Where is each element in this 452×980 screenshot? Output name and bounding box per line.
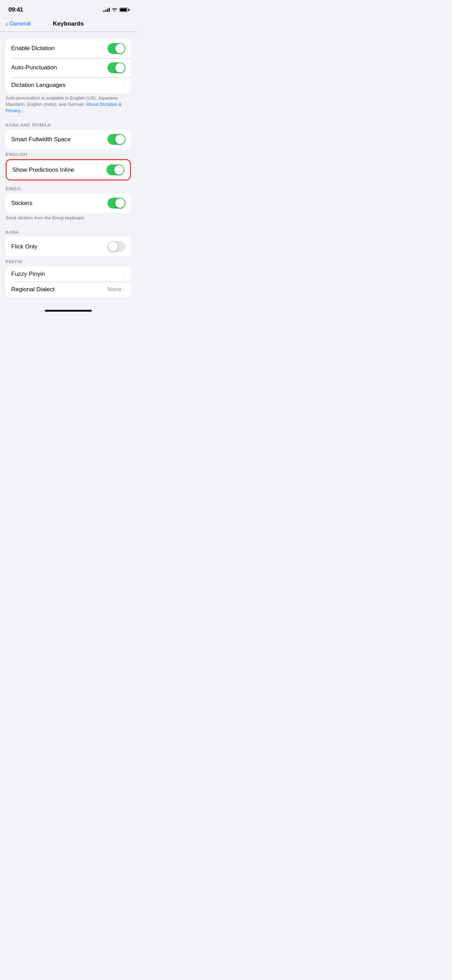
toggle-flick-only[interactable]	[108, 241, 126, 252]
card-pinyin: Fuzzy Pinyin › Regional Dialect None ›	[6, 266, 131, 297]
card-kana: Flick Only	[6, 237, 131, 256]
header-pinyin: PINYIN	[0, 259, 137, 266]
label-smart-fullwidth-space: Smart Fullwidth Space	[11, 136, 108, 143]
label-show-predictions-inline: Show Predictions Inline	[12, 167, 107, 173]
label-regional-dialect: Regional Dialect	[11, 286, 108, 293]
row-show-predictions-inline: Show Predictions Inline	[6, 160, 130, 180]
chevron-icon: ›	[124, 83, 126, 88]
label-enable-dictation: Enable Dictation	[11, 45, 108, 52]
status-bar: 09:41	[0, 0, 137, 18]
nav-back-label: General	[10, 20, 30, 27]
row-regional-dialect[interactable]: Regional Dialect None ›	[6, 282, 131, 297]
nav-bar: ‹ General Keyboards	[0, 18, 137, 32]
row-smart-fullwidth-space: Smart Fullwidth Space	[6, 130, 131, 149]
value-regional-dialect: None	[108, 286, 122, 293]
section-emoji: EMOJI Stickers Send stickers from the Em…	[0, 186, 137, 227]
wifi-icon	[112, 8, 118, 12]
label-fuzzy-pinyin: Fuzzy Pinyin	[11, 270, 124, 278]
card-emoji: Stickers	[6, 194, 131, 213]
nav-back-button[interactable]: ‹ General	[6, 20, 30, 27]
section-dictation: Enable Dictation Auto-Punctuation Dictat…	[0, 39, 137, 120]
header-english: ENGLISH	[0, 152, 137, 159]
back-chevron-icon: ‹	[6, 20, 8, 27]
content: Enable Dictation Auto-Punctuation Dictat…	[0, 32, 137, 307]
home-indicator	[0, 307, 137, 313]
footer-dictation: Auto-punctuation is available in English…	[0, 93, 137, 120]
row-flick-only: Flick Only	[6, 237, 131, 256]
card-english: Show Predictions Inline	[6, 159, 131, 180]
label-flick-only: Flick Only	[11, 243, 108, 250]
label-auto-punctuation: Auto-Punctuation	[11, 64, 108, 71]
status-icons	[103, 8, 128, 12]
row-stickers: Stickers	[6, 194, 131, 213]
status-time: 09:41	[8, 6, 23, 13]
toggle-enable-dictation[interactable]	[108, 43, 126, 54]
row-fuzzy-pinyin[interactable]: Fuzzy Pinyin ›	[6, 266, 131, 282]
signal-bars-icon	[103, 8, 110, 12]
label-stickers: Stickers	[11, 200, 108, 207]
about-dictation-link[interactable]: About Dictation & Privacy...	[6, 102, 122, 113]
header-emoji: EMOJI	[0, 186, 137, 194]
chevron-icon-fuzzy: ›	[124, 271, 126, 277]
row-enable-dictation: Enable Dictation	[6, 39, 131, 58]
toggle-show-predictions-inline[interactable]	[107, 164, 124, 175]
row-auto-punctuation: Auto-Punctuation	[6, 58, 131, 78]
battery-icon	[119, 8, 128, 12]
header-kana: KANA	[0, 229, 137, 237]
section-kana-romaji: KANA AND ROMAJI Smart Fullwidth Space	[0, 123, 137, 149]
card-dictation: Enable Dictation Auto-Punctuation Dictat…	[6, 39, 131, 93]
footer-emoji: Send stickers from the Emoji keyboard.	[0, 213, 137, 227]
toggle-stickers[interactable]	[108, 198, 126, 208]
toggle-auto-punctuation[interactable]	[108, 62, 126, 73]
section-kana: KANA Flick Only	[0, 229, 137, 256]
section-pinyin: PINYIN Fuzzy Pinyin › Regional Dialect N…	[0, 259, 137, 297]
header-kana-romaji: KANA AND ROMAJI	[0, 123, 137, 130]
label-dictation-languages: Dictation Languages	[11, 82, 124, 89]
toggle-smart-fullwidth-space[interactable]	[108, 134, 126, 145]
card-kana-romaji: Smart Fullwidth Space	[6, 130, 131, 149]
row-dictation-languages[interactable]: Dictation Languages ›	[6, 78, 131, 93]
section-english: ENGLISH Show Predictions Inline	[0, 152, 137, 180]
page-title: Keyboards	[53, 20, 84, 27]
chevron-icon-regional: ›	[124, 287, 126, 292]
home-bar	[45, 310, 92, 312]
